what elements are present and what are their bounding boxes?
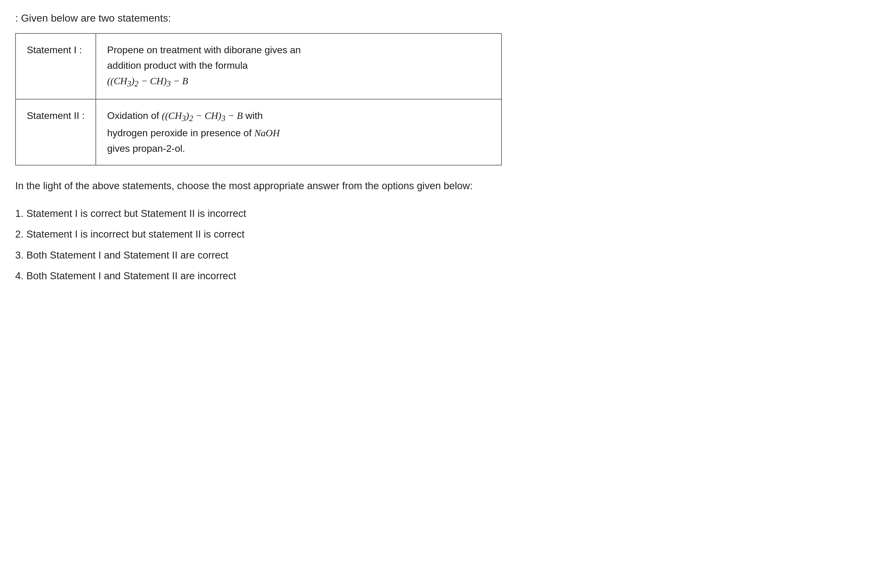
instruction-text: In the light of the above statements, ch… <box>15 178 806 194</box>
statement-i-label: Statement I : <box>15 33 96 99</box>
options-list: 1. Statement I is correct but Statement … <box>15 205 856 284</box>
statement-i-line2: addition product with the formula <box>107 60 248 71</box>
statement-ii-content: Oxidation of ((CH3)2 − CH)3 − B with hyd… <box>96 99 501 165</box>
statement-ii-line3: gives propan-2-ol. <box>107 143 185 154</box>
question-container: : Given below are two statements: Statem… <box>15 12 856 284</box>
statement-i-content: Propene on treatment with diborane gives… <box>96 33 501 99</box>
option-1[interactable]: 1. Statement I is correct but Statement … <box>15 205 856 222</box>
statement-ii-line1: Oxidation of ((CH3)2 − CH)3 − B with <box>107 110 263 121</box>
statement-ii-row: Statement II : Oxidation of ((CH3)2 − CH… <box>15 99 501 165</box>
option-2[interactable]: 2. Statement I is incorrect but statemen… <box>15 226 856 243</box>
statement-ii-label: Statement II : <box>15 99 96 165</box>
option-3[interactable]: 3. Both Statement I and Statement II are… <box>15 247 856 264</box>
option-4[interactable]: 4. Both Statement I and Statement II are… <box>15 267 856 284</box>
statement-i-formula: ((CH3)2 − CH)3 − B <box>107 75 188 87</box>
statement-i-row: Statement I : Propene on treatment with … <box>15 33 501 99</box>
statement-i-line1: Propene on treatment with diborane gives… <box>107 45 301 55</box>
statement-ii-line2: hydrogen peroxide in presence of NaOH <box>107 127 280 138</box>
question-prefix: : Given below are two statements: <box>15 12 856 24</box>
statements-table: Statement I : Propene on treatment with … <box>15 33 502 166</box>
